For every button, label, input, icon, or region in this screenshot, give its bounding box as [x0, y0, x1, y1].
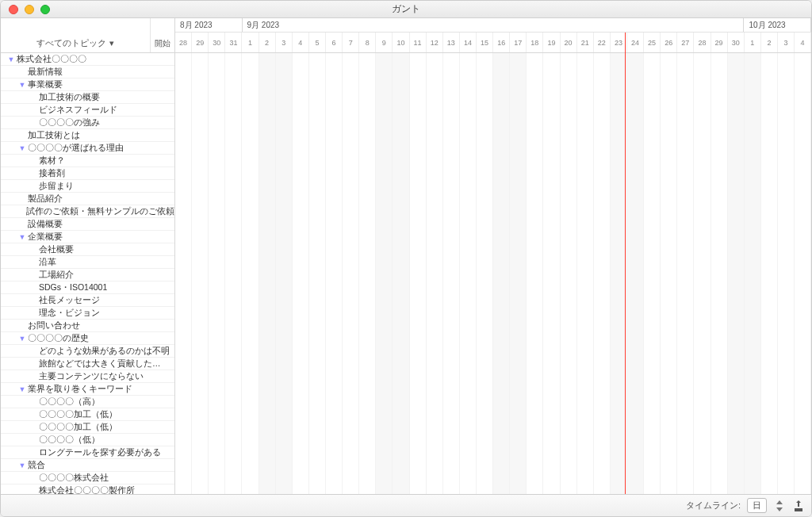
- grid-column: [477, 53, 493, 494]
- tree-row[interactable]: 企業概要: [1, 231, 174, 243]
- grid-column: [192, 53, 209, 494]
- grid-column: [443, 53, 460, 494]
- tree-row[interactable]: ロングテールを探す必要がある: [1, 446, 174, 459]
- disclosure-triangle-icon[interactable]: [18, 233, 26, 241]
- disclosure-triangle-icon[interactable]: [7, 56, 15, 63]
- tree-row[interactable]: 競合: [1, 459, 174, 472]
- disclosure-triangle-icon[interactable]: [18, 461, 26, 469]
- tree-row[interactable]: 最新情報: [1, 66, 174, 79]
- grid-column: [343, 53, 359, 494]
- day-cell: 13: [443, 33, 460, 52]
- tree-row[interactable]: 試作のご依頼・無料サンプルのご依頼: [1, 205, 174, 218]
- tree-row[interactable]: 素材？: [1, 155, 174, 167]
- tree-row[interactable]: SDGs・ISO14001: [1, 281, 174, 294]
- disclosure-triangle-icon[interactable]: [18, 385, 26, 393]
- tree-row[interactable]: 〇〇〇〇（高）: [1, 396, 174, 408]
- tree-row[interactable]: 〇〇〇〇（低）: [1, 434, 174, 446]
- grid-column: [259, 53, 276, 494]
- grid-column: [427, 53, 443, 494]
- day-cell: 12: [427, 33, 443, 52]
- tree-row-label: 〇〇〇〇加工（低）: [39, 409, 117, 420]
- day-cell: 15: [477, 33, 493, 52]
- stepper-icon[interactable]: [773, 500, 786, 512]
- tree-row[interactable]: 会社概要: [1, 243, 174, 256]
- export-icon[interactable]: [792, 500, 805, 512]
- tree-row-label: 競合: [28, 460, 45, 471]
- traffic-lights: [1, 5, 50, 14]
- zoom-icon[interactable]: [40, 5, 50, 14]
- grid-column: [761, 53, 778, 494]
- tree-row-label: 加工技術の概要: [39, 92, 100, 103]
- topic-filter-cell[interactable]: すべてのトピック ▾: [1, 18, 151, 52]
- tree-row[interactable]: 理念・ビジョン: [1, 307, 174, 320]
- tree-row[interactable]: 加工技術の概要: [1, 91, 174, 104]
- tree-row-label: 製品紹介: [28, 193, 63, 205]
- timeline-grid[interactable]: [175, 53, 811, 494]
- tree-row[interactable]: お問い合わせ: [1, 320, 174, 332]
- day-cell: 30: [209, 33, 225, 52]
- tree-row[interactable]: 歩留まり: [1, 180, 174, 193]
- grid-column: [694, 53, 710, 494]
- grid-column: [778, 53, 795, 494]
- tree-row[interactable]: 株式会社〇〇〇〇製作所: [1, 484, 174, 494]
- disclosure-triangle-icon[interactable]: [18, 81, 26, 89]
- titlebar[interactable]: ガント: [1, 1, 811, 18]
- timeline-unit-select[interactable]: 日: [747, 498, 767, 513]
- tree-row-label: お問い合わせ: [28, 320, 80, 331]
- window-body: すべてのトピック ▾ 開始 株式会社〇〇〇〇最新情報事業概要加工技術の概要ビジネ…: [1, 18, 811, 494]
- day-cell: 5: [309, 33, 326, 52]
- minimize-icon[interactable]: [25, 5, 34, 14]
- grid-column: [510, 53, 527, 494]
- tree-row-label: 最新情報: [28, 67, 63, 78]
- tree-row-label: 社長メッセージ: [39, 295, 100, 306]
- tree-row[interactable]: 加工技術とは: [1, 129, 174, 142]
- tree-row[interactable]: 社長メッセージ: [1, 294, 174, 307]
- tree-row-label: 株式会社〇〇〇〇: [17, 54, 86, 65]
- tree-row[interactable]: 〇〇〇〇の強み: [1, 117, 174, 129]
- disclosure-triangle-icon[interactable]: [18, 335, 26, 343]
- day-cell: 9: [376, 33, 393, 52]
- day-cell: 18: [527, 33, 543, 52]
- tree-row-label: 〇〇〇〇株式会社: [39, 473, 109, 484]
- tree-row-label: 工場紹介: [39, 270, 74, 281]
- tree-row[interactable]: 〇〇〇〇が選ばれる理由: [1, 142, 174, 155]
- timeline-area[interactable]: 8月 20239月 202310月 2023 28293031123456789…: [175, 18, 811, 494]
- tree-row-label: 沿革: [39, 257, 56, 268]
- grid-column: [493, 53, 510, 494]
- tree-row[interactable]: 設備概要: [1, 218, 174, 231]
- sidebar-header: すべてのトピック ▾ 開始: [1, 18, 174, 53]
- tree-row[interactable]: 工場紹介: [1, 269, 174, 281]
- tree-row-label: 試作のご依頼・無料サンプルのご依頼: [26, 206, 174, 217]
- tree-row[interactable]: どのような効果があるのかは不明: [1, 345, 174, 358]
- tree-row[interactable]: 〇〇〇〇株式会社: [1, 472, 174, 484]
- grid-column: [376, 53, 393, 494]
- day-cell: 3: [778, 33, 795, 52]
- tree-row[interactable]: 〇〇〇〇の歴史: [1, 332, 174, 345]
- tree-row[interactable]: 製品紹介: [1, 193, 174, 205]
- tree-row[interactable]: 業界を取り巻くキーワード: [1, 383, 174, 396]
- tree-row-label: 株式会社〇〇〇〇製作所: [39, 485, 135, 495]
- grid-column: [393, 53, 409, 494]
- tree-row[interactable]: 事業概要: [1, 79, 174, 91]
- today-marker-full: [625, 33, 626, 494]
- tree-row[interactable]: 〇〇〇〇加工（低）: [1, 408, 174, 421]
- disclosure-triangle-icon[interactable]: [18, 144, 26, 152]
- tree-row-label: 設備概要: [28, 219, 63, 230]
- tree-row[interactable]: 接着剤: [1, 167, 174, 180]
- tree-row[interactable]: 旅館などでは大きく貢献した…: [1, 358, 174, 370]
- tree-row-label: 事業概要: [28, 79, 63, 90]
- close-icon[interactable]: [9, 5, 18, 14]
- topic-tree[interactable]: 株式会社〇〇〇〇最新情報事業概要加工技術の概要ビジネスフィールド〇〇〇〇の強み加…: [1, 53, 174, 494]
- tree-row[interactable]: 株式会社〇〇〇〇: [1, 53, 174, 66]
- day-row: 2829303112345678910111213141516171819202…: [175, 33, 811, 52]
- day-cell: 25: [644, 33, 661, 52]
- day-cell: 29: [192, 33, 209, 52]
- tree-row[interactable]: 沿革: [1, 256, 174, 269]
- day-cell: 10: [393, 33, 409, 52]
- tree-row[interactable]: ビジネスフィールド: [1, 104, 174, 117]
- tree-row[interactable]: 主要コンテンツにならない: [1, 370, 174, 383]
- tree-row[interactable]: 〇〇〇〇加工（低）: [1, 421, 174, 434]
- timeline-header: 8月 20239月 202310月 2023 28293031123456789…: [175, 18, 811, 53]
- tree-row-label: 業界を取り巻くキーワード: [28, 384, 132, 395]
- month-cell: 8月 2023: [175, 18, 243, 32]
